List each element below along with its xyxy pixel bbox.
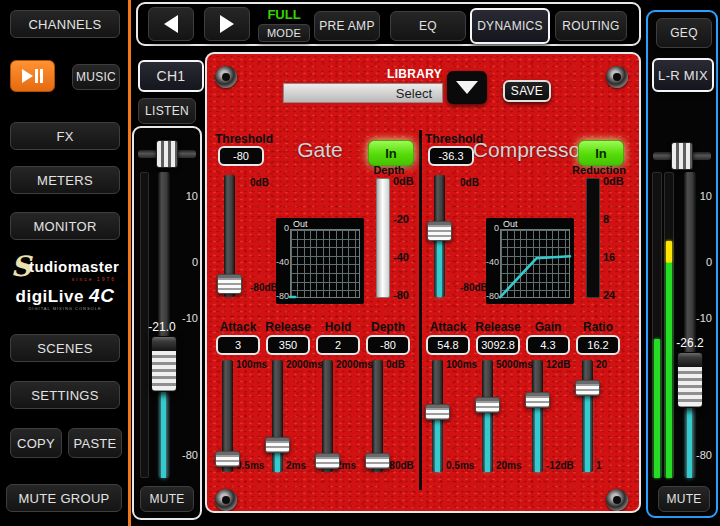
master-meter-right [664,172,674,478]
left-fader-value: -21.0 [142,320,182,334]
master-fader-value: -26.2 [670,336,710,350]
master-pan-slider[interactable] [653,142,711,170]
mode-state-label: FULL [256,7,312,21]
library-dropdown-button[interactable] [447,71,487,104]
music-button[interactable]: MUSIC [72,64,120,90]
tab-eq[interactable]: EQ [390,11,466,41]
compressor-attack-bottom-label: 0.5ms [446,460,486,471]
gate-graph-out-label: Out [293,219,308,229]
gate-attack-fader-handle[interactable] [215,451,240,467]
left-fader-box: 100-10-80 -21.0 MUTE [132,126,202,520]
compressor-attack-fader-handle[interactable] [425,404,450,420]
compressor-meter-scale-label: 24 [603,289,629,301]
gate-transfer-curve [290,229,360,298]
screw-icon [215,66,237,88]
gate-release-value: 350 [266,335,310,355]
tab-pre-amp[interactable]: PRE AMP [314,11,380,41]
left-fader-handle[interactable] [151,336,177,392]
play-pause-button[interactable] [10,60,55,92]
prev-channel-button[interactable] [148,7,194,41]
tab-dynamics[interactable]: DYNAMICS [470,8,550,44]
geq-button[interactable]: GEQ [656,18,712,48]
gate-graph-ytick: 0 [276,223,289,233]
sidebar-divider [128,0,131,526]
meters-button[interactable]: METERS [10,166,120,194]
compressor-gain-label: Gain [523,320,573,334]
meter-fill-segment [654,339,660,478]
compressor-threshold-fill [437,241,442,297]
compressor-attack-top-label: 100ms [446,359,486,370]
compressor-ratio-value: 16.2 [576,335,620,355]
compressor-gain-value: 4.3 [526,335,570,355]
gate-meter-scale-label: -20 [393,213,419,225]
pan-handle[interactable] [671,142,693,170]
gate-release-fader-handle[interactable] [265,437,290,453]
settings-button[interactable]: SETTINGS [10,381,120,409]
left-fader-line [161,392,166,478]
library-select[interactable]: Select [283,83,443,103]
gate-threshold-fader-handle[interactable] [217,274,242,294]
compressor-attack-fill [435,420,440,472]
compressor-release-fader-handle[interactable] [475,397,500,413]
paste-button[interactable]: PASTE [68,428,122,458]
mute-group-button[interactable]: MUTE GROUP [6,484,122,512]
gate-threshold-label: Threshold [212,132,276,146]
gate-release-label: Release [263,320,313,334]
compressor-graph-ytick: -80 [486,291,499,301]
master-mute-button[interactable]: MUTE [658,486,710,512]
fx-button[interactable]: FX [10,122,120,150]
compressor-ratio-bottom-label: 1 [596,460,636,471]
compressor-threshold-label: Threshold [422,132,486,146]
compressor-gain-fader-handle[interactable] [525,392,550,408]
gate-release-top-label: 2000ms [286,359,326,370]
gate-threshold-top-label: 0dB [250,177,290,188]
gate-depth-label: Depth [363,320,413,334]
dynamics-panel: LIBRARY Select SAVE GateThreshold-800dB-… [205,52,641,513]
compressor-ratio-fader-handle[interactable] [575,380,600,396]
gate-hold-fader-handle[interactable] [315,453,340,469]
gate-graph-ytick: -40 [276,257,289,267]
compressor-release-value: 3092.8 [476,335,520,355]
gate-in-button[interactable]: In [368,140,414,166]
tab-routing[interactable]: ROUTING [555,11,627,41]
gate-attack-top-label: 100ms [236,359,276,370]
monitor-button[interactable]: MONITOR [10,212,120,240]
channel-select-button[interactable]: CH1 [138,60,204,92]
compressor-release-bottom-label: 20ms [496,460,536,471]
meter-fill-segment [666,241,672,263]
compressor-threshold-fader-handle[interactable] [427,221,452,241]
gate-attack-label: Attack [213,320,263,334]
compressor-gain-bottom-label: -12dB [546,460,586,471]
left-mute-button[interactable]: MUTE [140,486,194,512]
listen-button[interactable]: LISTEN [138,98,196,124]
save-button[interactable]: SAVE [503,80,551,102]
product-logo: digiLive 4C [4,285,126,307]
pan-handle[interactable] [156,140,178,168]
brand-name: tudiomaster [29,258,119,275]
gate-depth-value: -80 [366,335,410,355]
master-fader-handle[interactable] [677,352,703,408]
mode-button[interactable]: MODE [258,24,310,42]
compressor-release-fill [485,413,490,472]
channels-button[interactable]: CHANNELS [10,10,120,38]
chevron-down-icon [456,81,478,94]
next-channel-button[interactable] [204,7,250,41]
gate-hold-value: 2 [316,335,360,355]
compressor-attack-value: 54.8 [426,335,470,355]
compressor-graph: Out0-40-80 [486,218,574,304]
compressor-ratio-label: Ratio [573,320,623,334]
copy-button[interactable]: COPY [10,428,62,458]
gate-hold-top-label: 2000ms [336,359,376,370]
gate-depth-fader-handle[interactable] [365,453,390,469]
master-select-button[interactable]: L-R MIX [652,58,714,92]
compressor-threshold-top-label: 0dB [460,177,500,188]
compressor-graph-ytick: 0 [486,223,499,233]
master-strip: GEQ L-R MIX 100-10-80 -26.2 MUTE [646,10,718,518]
scenes-button[interactable]: SCENES [10,334,120,362]
compressor-in-button[interactable]: In [578,140,624,166]
master-fader-line [687,408,692,478]
left-pan-slider[interactable] [138,140,196,168]
arrow-right-icon [220,15,234,33]
meter-fill-segment [666,263,672,478]
gate-attack-value: 3 [216,335,260,355]
